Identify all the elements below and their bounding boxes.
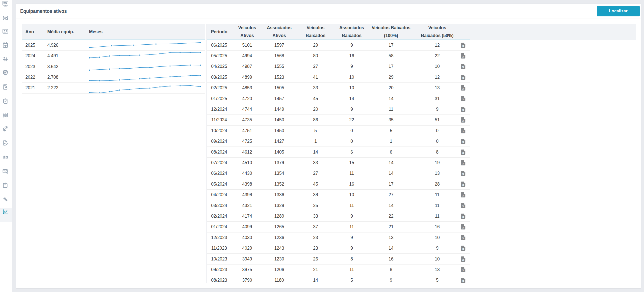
svg-text:x: x bbox=[462, 44, 464, 48]
svg-text:x: x bbox=[462, 268, 464, 272]
svg-text:x: x bbox=[462, 108, 464, 112]
svg-text:x: x bbox=[462, 119, 464, 123]
svg-text:x: x bbox=[462, 76, 464, 80]
svg-text:x: x bbox=[462, 247, 464, 251]
svg-text:x: x bbox=[462, 129, 464, 133]
svg-text:x: x bbox=[462, 236, 464, 240]
svg-text:x: x bbox=[462, 279, 464, 283]
svg-text:x: x bbox=[462, 151, 464, 155]
svg-text:x: x bbox=[462, 226, 464, 229]
svg-text:x: x bbox=[462, 87, 464, 91]
svg-text:x: x bbox=[462, 193, 464, 197]
svg-text:x: x bbox=[462, 161, 464, 165]
svg-text:x: x bbox=[462, 204, 464, 208]
svg-text:x: x bbox=[462, 215, 464, 219]
svg-text:x: x bbox=[462, 65, 464, 69]
svg-text:x: x bbox=[462, 140, 464, 144]
svg-text:x: x bbox=[462, 258, 464, 261]
svg-text:x: x bbox=[462, 97, 464, 101]
svg-text:x: x bbox=[462, 54, 464, 58]
svg-text:x: x bbox=[462, 172, 464, 176]
svg-text:x: x bbox=[462, 183, 464, 187]
